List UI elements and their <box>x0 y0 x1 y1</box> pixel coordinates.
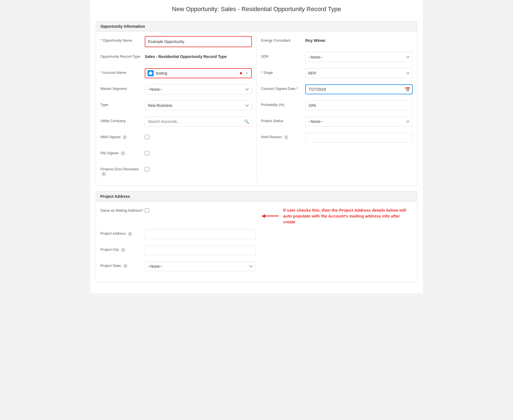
project-address-row: Project Address i <box>100 229 413 241</box>
account-name-row: * Account Name testing × <box>100 68 252 80</box>
energy-consultant-label: Energy Consultant <box>261 36 305 43</box>
calendar-icon[interactable]: 📅 <box>405 87 410 92</box>
page-title: New Opportunity: Sales - Residential Opp… <box>96 6 417 16</box>
search-icon: 🔍 <box>244 119 249 124</box>
hold-reason-row: Hold Reason i <box>261 133 413 144</box>
hold-reason-info-icon[interactable]: i <box>284 135 288 140</box>
contract-signed-date-label: Contract Signed Date * <box>261 84 305 91</box>
sdr-row: SDR --None-- <box>261 52 413 64</box>
project-city-input[interactable] <box>145 245 256 255</box>
project-state-info-icon[interactable]: i <box>123 264 128 268</box>
finance-docs-row: Finance Docs Received i <box>100 165 252 176</box>
opportunity-record-type-label: Opportunity Record Type <box>100 52 145 59</box>
market-segment-row: Market Segment --None-- Residential Comm… <box>100 84 252 96</box>
market-segment-label: Market Segment <box>100 84 145 91</box>
stage-row: * Stage --None-- RFP Proposal Closed Won… <box>261 68 413 80</box>
project-status-label: Project Status <box>261 117 305 123</box>
opportunity-name-label: * Opportunity Name <box>100 36 145 43</box>
project-city-label: Project City i <box>100 245 145 252</box>
pi-signed-label: P&I Signed i <box>100 149 145 156</box>
type-label: Type <box>100 100 145 107</box>
project-city-info-icon[interactable]: i <box>121 248 125 252</box>
same-as-mailing-checkbox[interactable] <box>145 208 149 213</box>
sdr-select[interactable]: --None-- <box>305 52 413 62</box>
probability-row: Probability (%) <box>261 100 413 112</box>
type-select[interactable]: --None-- New Business Renewal <box>145 100 252 110</box>
opportunity-info-section: Opportunity Information * Opportunity Na… <box>96 21 417 186</box>
opportunity-name-input[interactable] <box>145 37 251 47</box>
nma-signed-row: NMA Signed i <box>100 133 252 144</box>
type-row: Type --None-- New Business Renewal <box>100 100 252 112</box>
project-status-select[interactable]: --None-- Active On Hold <box>305 117 413 126</box>
contract-signed-date-row: Contract Signed Date * 📅 <box>261 84 413 96</box>
utility-company-label: Utility Company <box>100 117 145 123</box>
nma-signed-info-icon[interactable]: i <box>123 135 127 140</box>
opportunity-name-row: * Opportunity Name <box>100 36 252 48</box>
account-icon <box>148 70 154 76</box>
contract-signed-date-input[interactable] <box>305 84 413 94</box>
utility-company-input[interactable] <box>145 117 252 126</box>
nma-signed-label: NMA Signed i <box>100 133 145 140</box>
finance-docs-label: Finance Docs Received i <box>100 165 145 176</box>
finance-docs-checkbox[interactable] <box>145 167 149 171</box>
account-name-label: * Account Name <box>100 68 145 75</box>
project-status-row: Project Status --None-- Active On Hold <box>261 117 413 128</box>
same-as-mailing-row: Same as Mailing Address? <box>100 206 256 218</box>
project-state-label: Project State i <box>100 261 145 268</box>
probability-label: Probability (%) <box>261 100 305 107</box>
project-state-row: Project State i --None-- CA TX NY <box>100 261 413 273</box>
svg-rect-0 <box>149 72 152 75</box>
project-city-row: Project City i <box>100 245 413 257</box>
account-clear-button[interactable]: × <box>244 71 249 76</box>
pi-signed-row: P&I Signed i <box>100 149 252 160</box>
project-address-header: Project Address <box>96 191 417 202</box>
energy-consultant-row: Energy Consultant Roy Wimer <box>261 36 413 48</box>
project-address-label: Project Address i <box>100 229 145 236</box>
account-name-value: testing <box>156 71 239 75</box>
account-error-dot <box>240 72 242 74</box>
project-state-select[interactable]: --None-- CA TX NY <box>145 261 256 271</box>
opportunity-name-field-wrapper <box>145 36 252 47</box>
nma-signed-checkbox[interactable] <box>145 135 149 139</box>
utility-company-row: Utility Company 🔍 <box>100 117 252 128</box>
finance-docs-info-icon[interactable]: i <box>101 172 106 176</box>
annotation-text: If user checks this, then the Project Ad… <box>283 207 413 225</box>
account-name-field-wrapper: testing × <box>145 68 252 78</box>
same-as-mailing-label: Same as Mailing Address? <box>100 206 145 213</box>
stage-select[interactable]: --None-- RFP Proposal Closed Won Closed … <box>305 68 413 78</box>
hold-reason-input[interactable] <box>305 133 413 143</box>
sdr-label: SDR <box>261 52 305 59</box>
project-address-input[interactable] <box>145 229 256 239</box>
project-address-info-icon[interactable]: i <box>128 232 132 236</box>
opportunity-record-type-row: Opportunity Record Type Sales - Resident… <box>100 52 252 64</box>
pi-signed-checkbox[interactable] <box>145 151 149 155</box>
opportunity-record-type-value: Sales - Residential Opportunity Record T… <box>145 52 252 59</box>
market-segment-select[interactable]: --None-- Residential Commercial <box>145 84 252 94</box>
hold-reason-label: Hold Reason i <box>261 133 305 140</box>
stage-label: * Stage <box>261 68 305 75</box>
project-address-section: Project Address Same as Mailing Address? <box>96 191 417 282</box>
opportunity-info-header: Opportunity Information <box>96 21 417 32</box>
probability-input[interactable] <box>305 100 413 110</box>
pi-signed-info-icon[interactable]: i <box>121 151 125 156</box>
energy-consultant-value: Roy Wimer <box>305 36 413 43</box>
